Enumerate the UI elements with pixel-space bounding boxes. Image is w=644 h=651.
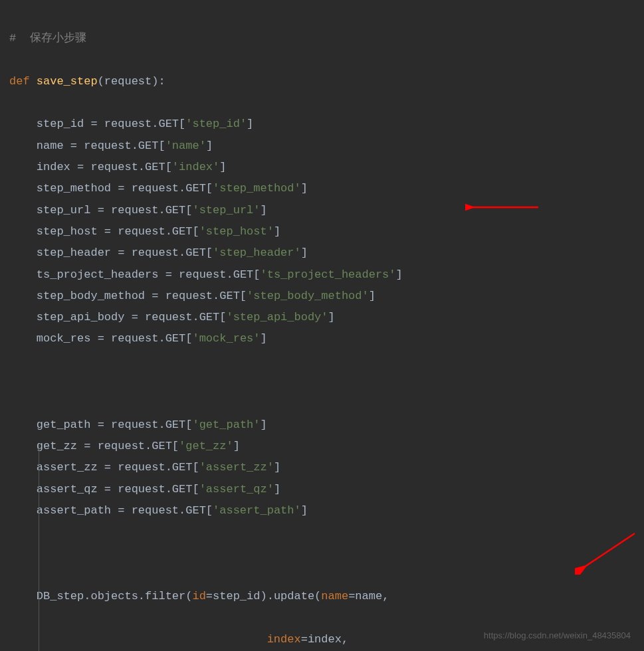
- code-line-assignment: ts_project_headers = request.GET['ts_pro…: [0, 264, 644, 286]
- code-line-assignment: assert_zz = request.GET['assert_zz']: [0, 457, 644, 478]
- code-line-def: def save_step(request):: [0, 71, 644, 92]
- code-line-assignment: name = request.GET['name']: [0, 136, 644, 157]
- code-line-assignment: step_id = request.GET['step_id']: [0, 114, 644, 135]
- code-line-assignment: step_host = request.GET['step_host']: [0, 221, 644, 242]
- code-editor[interactable]: # 保存小步骤 def save_step(request): step_id …: [0, 7, 644, 651]
- watermark: https://blog.csdn.net/weixin_48435804: [484, 628, 631, 644]
- code-line-assignment: assert_path = request.GET['assert_path']: [0, 500, 644, 521]
- code-line-assignment: step_header = request.GET['step_header']: [0, 242, 644, 264]
- code-line-dbcall: DB_step.objects.filter(id=step_id).updat…: [0, 586, 644, 607]
- indent-guide: [39, 445, 39, 651]
- code-line-comment: # 保存小步骤: [0, 28, 644, 49]
- code-line-assignment: get_zz = request.GET['get_zz']: [0, 436, 644, 457]
- code-line-blank: [0, 543, 644, 564]
- code-line-assignment: step_url = request.GET['step_url']: [0, 200, 644, 221]
- code-line-assignment: step_body_method = request.GET['step_bod…: [0, 286, 644, 307]
- code-line-assignment: step_api_body = request.GET['step_api_bo…: [0, 307, 644, 328]
- annotation-arrow-1: [465, 201, 545, 214]
- code-line-blank: [0, 371, 644, 393]
- code-line-assignment: step_method = request.GET['step_method']: [0, 178, 644, 199]
- code-line-assignment: get_path = request.GET['get_path']: [0, 415, 644, 436]
- svg-line-3: [585, 533, 635, 567]
- annotation-arrow-2: [575, 528, 641, 575]
- code-line-assignment: mock_res = request.GET['mock_res']: [0, 328, 644, 349]
- code-line-assignment: index = request.GET['index']: [0, 157, 644, 178]
- code-line-assignment: assert_qz = request.GET['assert_qz']: [0, 479, 644, 500]
